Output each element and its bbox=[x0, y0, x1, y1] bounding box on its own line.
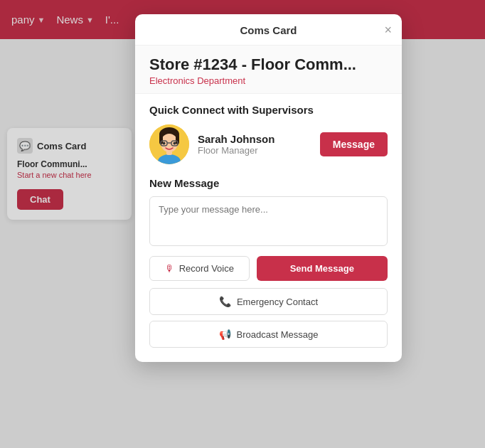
broadcast-message-button[interactable]: 📢 Broadcast Message bbox=[149, 321, 388, 348]
emergency-contact-label: Emergency Contact bbox=[237, 297, 318, 307]
modal-body: Quick Connect with Supervisors bbox=[135, 94, 402, 362]
new-message-title: New Message bbox=[149, 177, 388, 189]
supervisor-name: Sarah Johnson bbox=[198, 133, 311, 145]
emergency-contact-button[interactable]: 📞 Emergency Contact bbox=[149, 288, 388, 315]
message-input[interactable] bbox=[149, 196, 388, 246]
modal-title: Coms Card bbox=[240, 24, 297, 36]
microphone-icon: 🎙 bbox=[165, 263, 174, 274]
svg-point-8 bbox=[163, 142, 166, 145]
modal-store-name: Store #1234 - Floor Comm... bbox=[149, 55, 388, 74]
quick-connect-title: Quick Connect with Supervisors bbox=[149, 104, 388, 116]
phone-icon: 📞 bbox=[219, 296, 231, 307]
supervisor-avatar bbox=[149, 124, 189, 164]
modal-close-button[interactable]: × bbox=[384, 23, 392, 36]
supervisor-info: Sarah Johnson Floor Manager bbox=[198, 133, 311, 156]
modal-store-header: Store #1234 - Floor Comm... Electronics … bbox=[135, 46, 402, 94]
record-voice-label: Record Voice bbox=[179, 263, 234, 274]
record-voice-button[interactable]: 🎙 Record Voice bbox=[149, 256, 250, 281]
broadcast-message-label: Broadcast Message bbox=[237, 329, 319, 340]
supervisor-row: Sarah Johnson Floor Manager Message bbox=[149, 124, 388, 164]
send-message-button[interactable]: Send Message bbox=[257, 256, 388, 281]
svg-point-9 bbox=[174, 142, 176, 145]
modal-store-dept: Electronics Department bbox=[149, 75, 388, 86]
coms-card-modal: Coms Card × Store #1234 - Floor Comm... … bbox=[135, 14, 402, 362]
svg-rect-11 bbox=[166, 151, 172, 155]
broadcast-icon: 📢 bbox=[219, 329, 231, 340]
action-row: 🎙 Record Voice Send Message bbox=[149, 256, 388, 281]
supervisor-message-button[interactable]: Message bbox=[320, 132, 388, 156]
supervisor-role: Floor Manager bbox=[198, 145, 311, 156]
modal-header: Coms Card × bbox=[135, 14, 402, 46]
